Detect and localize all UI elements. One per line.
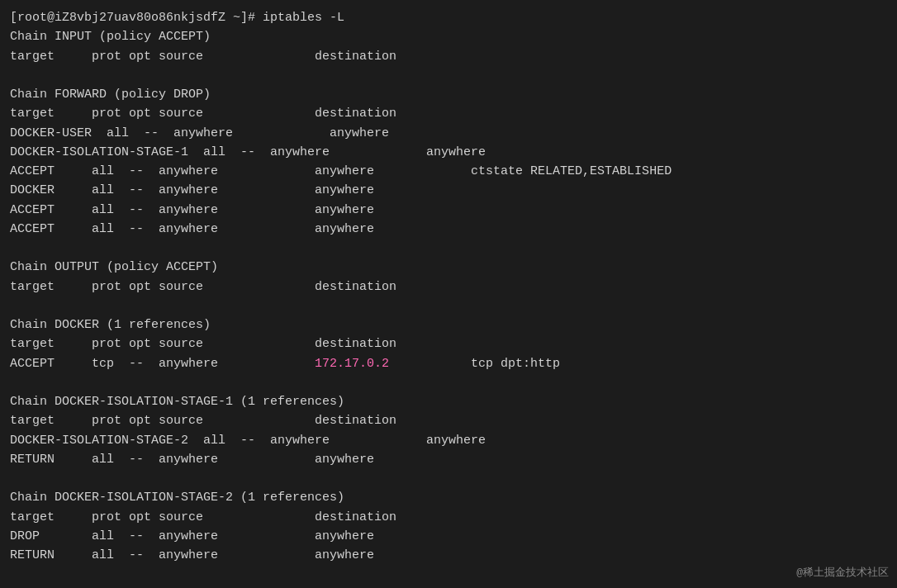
blank-line-5 (10, 469, 887, 488)
chain-dis1-header: Chain DOCKER-ISOLATION-STAGE-1 (1 refere… (10, 392, 887, 411)
dis1-row-2: RETURN all -- anywhere anywhere (10, 450, 887, 469)
docker-col-header: target prot opt source destination (10, 334, 887, 353)
forward-row-2: DOCKER-ISOLATION-STAGE-1 all -- anywhere… (10, 143, 887, 162)
dis2-row-1: DROP all -- anywhere anywhere (10, 527, 887, 546)
chain-forward-header: Chain FORWARD (policy DROP) (10, 85, 887, 104)
blank-line-1 (10, 66, 887, 85)
dis1-col-header: target prot opt source destination (10, 411, 887, 430)
chain-input-header: Chain INPUT (policy ACCEPT) (10, 27, 887, 46)
input-col-header: target prot opt source destination (10, 47, 887, 66)
dis1-row-1: DOCKER-ISOLATION-STAGE-2 all -- anywhere… (10, 431, 887, 450)
blank-line-3 (10, 296, 887, 315)
forward-row-3: ACCEPT all -- anywhere anywhere ctstate … (10, 162, 887, 181)
chain-output-header: Chain OUTPUT (policy ACCEPT) (10, 258, 887, 277)
chain-dis2-header: Chain DOCKER-ISOLATION-STAGE-2 (1 refere… (10, 488, 887, 507)
forward-row-5: ACCEPT all -- anywhere anywhere (10, 201, 887, 220)
forward-row-6: ACCEPT all -- anywhere anywhere (10, 220, 887, 239)
terminal: [root@iZ8vbj27uav80o86nkjsdfZ ~]# iptabl… (0, 0, 897, 588)
blank-line-2 (10, 239, 887, 258)
prompt-line: [root@iZ8vbj27uav80o86nkjsdfZ ~]# iptabl… (10, 8, 887, 27)
watermark: @稀土掘金技术社区 (796, 565, 889, 580)
chain-docker-header: Chain DOCKER (1 references) (10, 315, 887, 334)
docker-row-1: ACCEPT tcp -- anywhere 172.17.0.2 tcp dp… (10, 354, 887, 373)
dis2-row-2: RETURN all -- anywhere anywhere (10, 546, 887, 565)
dis2-col-header: target prot opt source destination (10, 508, 887, 527)
output-col-header: target prot opt source destination (10, 277, 887, 296)
forward-row-1: DOCKER-USER all -- anywhere anywhere (10, 124, 887, 143)
blank-line-4 (10, 373, 887, 392)
docker-ip: 172.17.0.2 (315, 357, 389, 371)
forward-row-4: DOCKER all -- anywhere anywhere (10, 181, 887, 200)
forward-col-header: target prot opt source destination (10, 104, 887, 123)
